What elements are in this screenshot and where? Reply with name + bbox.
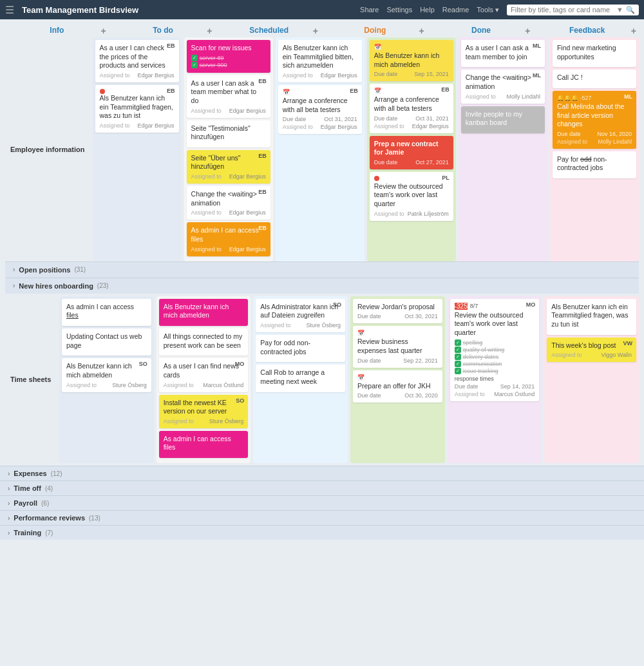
card-doing-review-assigned: Assigned to Patrik Liljeström [374, 211, 449, 217]
card-ts-todo-connected[interactable]: All things connected to my present work … [159, 328, 249, 356]
help-link[interactable]: Help [420, 6, 435, 14]
badge-eb-uber: EB [258, 153, 267, 159]
card-sched-conference[interactable]: EB 📅 Arrange a conference with all beta … [278, 85, 362, 134]
card-ts-fb-fragen[interactable]: Als Benutzer kann ich ein Teammitglied f… [547, 299, 636, 335]
section-new-hires[interactable]: › New hires onboarding (23) [5, 278, 639, 294]
card-ts-info-abmelden[interactable]: SO Als Benutzer kann ich mich abmelden A… [62, 358, 151, 392]
section-payroll[interactable]: › Payroll (6) [0, 495, 644, 510]
card-fb-marketing[interactable]: Find new marketing opportunites [553, 40, 636, 67]
card-doing-review[interactable]: PL Review the outsourced team's work ove… [370, 172, 453, 221]
card-ts-doing-jkh[interactable]: 📅 Prepare an offer for JKH Due date Oct … [353, 370, 442, 403]
card-doing-abmelden[interactable]: 📅 Als Benutzer kann ich mich abmelden Du… [370, 40, 453, 81]
card-ts-todo-news-title: As a user I can find news cards [164, 362, 244, 379]
card-fb-calljc[interactable]: Call JC ! [553, 70, 636, 88]
card-done-waiting[interactable]: ML Change the <waiting> animation Assign… [461, 70, 545, 103]
card-info-1[interactable]: EB As a user I can check the prices of t… [95, 40, 179, 82]
card-ts-info-abmelden-title: Als Benutzer kann ich mich abmelden [66, 362, 147, 379]
card-fb-calljc-title: Call JC ! [557, 73, 632, 82]
card-sched-conference-due: Due date Oct 31, 2021 [283, 116, 357, 122]
col-header-scheduled: Scheduled + [217, 22, 321, 37]
card-todo-admin-files[interactable]: EB As admin I can access files Assigned … [187, 222, 270, 256]
card-todo-scan[interactable]: Scan for new issues ✓ server-89 ✓ server… [187, 40, 270, 73]
add-scheduled-btn[interactable]: + [313, 26, 318, 36]
card-sched-einladen[interactable]: Als Benutzer kann ich ein Teammitglied b… [278, 40, 362, 82]
card-ts-todo-admin-files[interactable]: As admin I can access files [159, 431, 249, 458]
add-info-btn[interactable]: + [100, 26, 106, 36]
card-info-1-assigned: Assigned to Edgar Bergius [100, 72, 175, 79]
card-todo-waiting[interactable]: EB Change the <waiting> animation Assign… [187, 186, 270, 220]
card-done-join[interactable]: ML As a user I can ask a team member to … [461, 40, 545, 67]
section-expenses-count: (12) [51, 470, 62, 477]
section-timeoff[interactable]: › Time off (4) [0, 480, 644, 495]
card-todo-testimonials-title: Seite "Testimonials" hinzufügen [191, 124, 266, 142]
feedback-col-cards: Find new marketing opportunites Call JC … [550, 37, 639, 262]
chevron-new-hires: › [13, 282, 15, 289]
time-sheets-label-area: Time sheets [5, 296, 57, 463]
card-todo-testimonials[interactable]: Seite "Testimonials" hinzufügen [187, 120, 270, 147]
tools-dropdown[interactable]: Tools ▾ [477, 6, 499, 14]
ts-doing-col: Review Jordan's proposal Due date Oct 30… [350, 296, 445, 463]
card-todo-uber-assigned: Assigned to Edgar Bergius [191, 173, 266, 180]
card-ts-sched-callrob[interactable]: Call Rob to arrange a meeting next week [256, 365, 345, 392]
card-ts-sched-admin[interactable]: SO Als Administrator kann ich auf Dateie… [256, 299, 345, 332]
card-todo-uber-title: Seite "Über uns" hinzufügen [191, 154, 266, 171]
card-ts-done-review[interactable]: MO -325 8/7 Review the outsourced team's… [450, 299, 540, 401]
section-performance[interactable]: › Performance reviews (13) [0, 510, 644, 525]
add-feedback-btn[interactable]: + [631, 26, 636, 36]
card-ts-info-admin[interactable]: As admin I can access files [62, 299, 151, 326]
card-ts-sched-pay[interactable]: Pay for odd non-contracted jobs [256, 335, 345, 362]
chevron-open-positions: › [13, 266, 15, 273]
section-expenses[interactable]: › Expenses (12) [0, 466, 644, 480]
badge-eb-admin: EB [258, 225, 267, 231]
card-todo-uber[interactable]: EB Seite "Über uns" hinzufügen Assigned … [187, 150, 270, 184]
card-fb-melinda[interactable]: ML 🔔🔔🔔 -527 Call Melinda about the final… [553, 91, 636, 149]
card-ts-fb-blog[interactable]: VW This week's blog post Assigned to Vig… [547, 338, 636, 363]
card-doing-contract[interactable]: Prep a new contract for Jamie Due date O… [370, 136, 453, 169]
search-icon[interactable]: 🔍 [626, 6, 635, 14]
card-sched-einladen-title: Als Benutzer kann ich ein Teammitglied b… [283, 44, 357, 70]
card-info-2[interactable]: EB Als Benutzer kann ich ein Teammitglie… [95, 85, 179, 133]
card-ts-doing-jordan[interactable]: Review Jordan's proposal Due date Oct 30… [353, 299, 442, 324]
employee-info-label-area: Employee information [5, 37, 90, 262]
settings-link[interactable]: Settings [386, 6, 412, 14]
card-done-invite[interactable]: Invite people to my kanban board [461, 106, 545, 133]
section-training[interactable]: › Training (7) [0, 525, 644, 540]
card-ts-fb-blog-title: This week's blog post [551, 341, 632, 350]
ts-scheduled-col: SO Als Administrator kann ich auf Dateie… [253, 296, 348, 463]
board-container: Info + To do + Scheduled + Doing + Done … [0, 19, 644, 466]
card-ts-todo-install[interactable]: SO Install the newest KE version on our … [159, 395, 249, 428]
chevron-expenses: › [8, 470, 10, 477]
card-ts-doing-jkh-title: Prepare an offer for JKH [357, 382, 438, 391]
col-header-todo: To do + [111, 22, 215, 37]
card-fb-pay[interactable]: Pay for odd non-contracted jobs [553, 151, 636, 178]
share-link[interactable]: Share [360, 6, 379, 14]
card-ts-sched-callrob-title: Call Rob to arrange a meeting next week [260, 368, 341, 386]
card-doing-review-title: Review the outsourced team's work over l… [374, 182, 449, 209]
add-doing-btn[interactable]: + [419, 26, 424, 36]
hamburger-icon[interactable]: ☰ [5, 4, 14, 16]
card-ts-doing-jordan-due: Due date Oct 30, 2021 [357, 313, 438, 319]
card-info-2-assigned: Assigned to Edgar Bergius [100, 122, 175, 129]
card-fb-pay-title: Pay for odd non-contracted jobs [557, 155, 632, 173]
col-scheduled: Scheduled + [217, 22, 321, 37]
card-todo-ask-team[interactable]: EB As a user I can ask a team member wha… [187, 75, 270, 118]
add-done-btn[interactable]: + [525, 26, 530, 36]
section-training-label: Training [14, 529, 41, 537]
add-todo-btn[interactable]: + [207, 26, 212, 36]
section-open-positions[interactable]: › Open positions (31) [5, 262, 639, 278]
card-ts-doing-jkh-due: Due date Oct 30, 2020 [357, 392, 438, 399]
section-training-count: (7) [45, 529, 53, 537]
card-ts-info-contact[interactable]: Updating Contact us web page [62, 328, 151, 356]
card-ts-todo-abmelden[interactable]: Als Benutzer kann ich mich abmelden [159, 299, 249, 326]
card-ts-doing-expenses[interactable]: 📅 Review business expenses last quarter … [353, 326, 442, 367]
search-input[interactable] [511, 6, 614, 14]
readme-link[interactable]: Readme [442, 6, 469, 14]
filter-icon[interactable]: ▼ [616, 6, 623, 14]
card-doing-contract-title: Prep a new contract for Jamie [374, 140, 449, 157]
card-ts-todo-news[interactable]: MO As a user I can find news cards Assig… [159, 358, 249, 392]
card-doing-conference[interactable]: EB 📅 Arrange a conference with all beta … [370, 84, 453, 133]
chevron-performance: › [8, 515, 10, 522]
badge-ml-wait: ML [533, 72, 541, 79]
time-sheets-label: Time sheets [8, 370, 54, 388]
card-done-waiting-assigned: Assigned to Molly Lindahl [466, 93, 540, 100]
